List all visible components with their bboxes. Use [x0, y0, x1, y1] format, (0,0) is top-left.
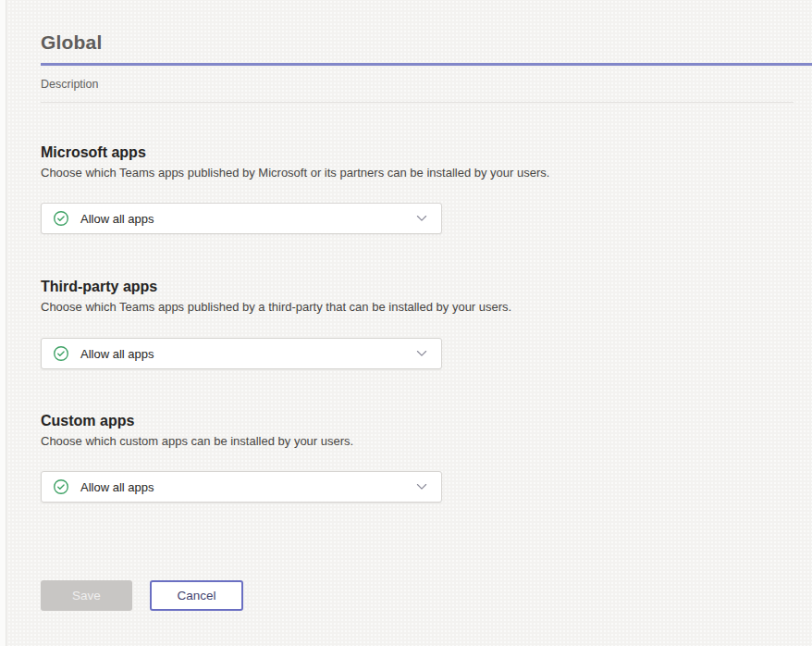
chevron-down-icon — [415, 482, 428, 491]
section-third-party-apps: Third-party apps Choose which Teams apps… — [41, 278, 642, 369]
policy-detail-page: Global Description Microsoft apps Choose… — [41, 0, 812, 611]
footer-actions: Save Cancel — [41, 580, 812, 611]
dropdown-selected-value: Allow all apps — [80, 347, 154, 361]
dropdown-selected-value: Allow all apps — [80, 480, 154, 494]
section-heading: Custom apps — [41, 412, 642, 430]
description-divider — [41, 102, 794, 103]
checkmark-circle-icon — [53, 210, 69, 227]
checkmark-circle-icon — [53, 478, 69, 495]
third-party-apps-dropdown[interactable]: Allow all apps — [41, 338, 442, 369]
save-button[interactable]: Save — [41, 580, 132, 611]
chevron-down-icon — [415, 349, 428, 358]
section-description: Choose which Teams apps published by Mic… — [41, 166, 642, 180]
cancel-button[interactable]: Cancel — [150, 580, 243, 611]
page-left-edge — [0, 0, 6, 646]
section-description: Choose which custom apps can be installe… — [41, 434, 642, 448]
chevron-down-icon — [415, 214, 428, 223]
accent-divider — [41, 63, 812, 66]
description-label: Description — [41, 78, 812, 91]
dropdown-selected-value: Allow all apps — [80, 212, 154, 226]
checkmark-circle-icon — [53, 345, 69, 362]
section-heading: Microsoft apps — [41, 143, 642, 162]
page-title: Global — [41, 0, 812, 54]
section-heading: Third-party apps — [41, 278, 642, 296]
custom-apps-dropdown[interactable]: Allow all apps — [41, 471, 442, 503]
microsoft-apps-dropdown[interactable]: Allow all apps — [41, 203, 442, 234]
section-microsoft-apps: Microsoft apps Choose which Teams apps p… — [41, 143, 642, 234]
section-custom-apps: Custom apps Choose which custom apps can… — [41, 412, 642, 503]
section-description: Choose which Teams apps published by a t… — [41, 300, 642, 314]
